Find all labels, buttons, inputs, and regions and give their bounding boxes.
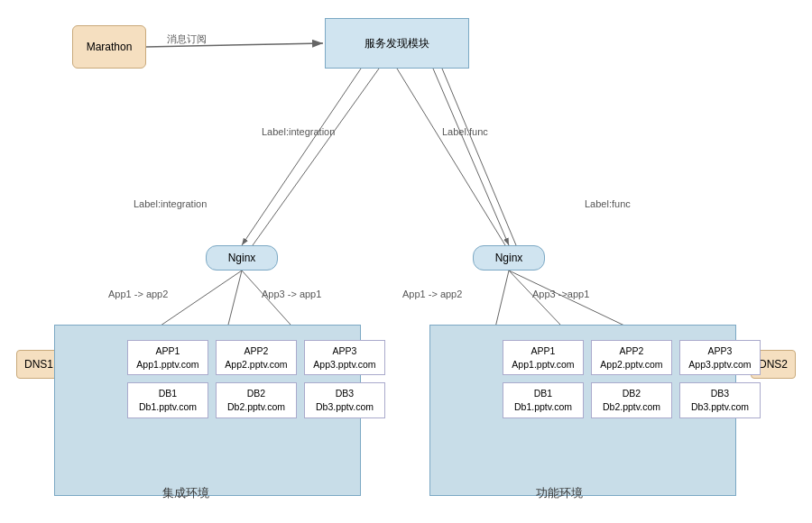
label-integration-lower-left: Label:integration [134,198,207,209]
label-integration-text2: Label:integration [134,198,207,209]
diagram: Marathon 消息订阅 服务发现模块 Label:integration L… [0,0,812,523]
arrow-text-app1app2-right: App1 -> app2 [402,289,462,299]
env-right-label: 功能环境 [536,485,583,501]
svg-line-4 [433,69,509,245]
marathon-node: Marathon [72,25,146,69]
label-func-text1: Label:func [442,126,488,137]
nginx-right-node: Nginx [473,245,545,271]
service-discovery-node: 服务发现模块 [325,18,469,69]
arrow-text-app3app1-right: App3 ->app1 [532,289,589,299]
left-db1: DB1Db1.pptv.com [127,382,208,417]
right-app3: APP3App3.pptv.com [679,340,761,375]
svg-line-3 [253,69,379,245]
nginx-left-label: Nginx [228,252,256,264]
env-left-label: 集成环境 [162,485,209,501]
left-app3: APP3App3.pptv.com [304,340,385,375]
nginx-left-node: Nginx [206,245,278,271]
arrow-label-app3app1-right: App3 ->app1 [532,289,589,299]
env-left-box: APP1App1.pptv.com APP2App2.pptv.com APP3… [54,325,361,496]
right-db3: DB3Db3.pptv.com [679,382,761,417]
nginx-right-label: Nginx [495,252,523,264]
label-func-lower-right: Label:func [585,198,631,209]
arrow-text-msgsubscribe: 消息订阅 [167,33,207,44]
left-app-grid: APP1App1.pptv.com APP2App2.pptv.com APP3… [118,331,394,427]
right-db1: DB1Db1.pptv.com [503,382,584,417]
env-left-text: 集成环境 [162,486,209,500]
arrow-label-app1app2-right: App1 -> app2 [402,289,462,299]
label-integration-upper-left: Label:integration [262,126,335,137]
label-integration-text1: Label:integration [262,126,335,137]
left-app1: APP1App1.pptv.com [127,340,208,375]
left-db3: DB3Db3.pptv.com [304,382,385,417]
right-db2: DB2Db2.pptv.com [591,382,672,417]
env-right-text: 功能环境 [536,486,583,500]
right-app2: APP2App2.pptv.com [591,340,672,375]
arrow-label-app1app2-left: App1 -> app2 [108,289,168,299]
service-discovery-label: 服务发现模块 [364,36,429,51]
right-app1: APP1App1.pptv.com [503,340,584,375]
arrow-label-msgsubscribe: 消息订阅 [167,32,207,46]
label-func-upper-right: Label:func [442,126,488,137]
marathon-label: Marathon [87,41,133,53]
arrow-text-app3app1-left: App3 -> app1 [262,289,321,299]
dns1-label: DNS1 [24,358,53,371]
svg-line-13 [397,69,505,245]
arrow-label-app3app1-left: App3 -> app1 [262,289,321,299]
label-func-text2: Label:func [585,198,631,209]
svg-line-5 [442,69,516,245]
right-app-grid: APP1App1.pptv.com APP2App2.pptv.com APP3… [494,331,770,427]
left-db2: DB2Db2.pptv.com [216,382,297,417]
left-app2: APP2App2.pptv.com [216,340,297,375]
svg-line-2 [242,69,361,245]
arrow-text-app1app2-left: App1 -> app2 [108,289,168,299]
env-right-box: APP1App1.pptv.com APP2App2.pptv.com APP3… [429,325,736,496]
